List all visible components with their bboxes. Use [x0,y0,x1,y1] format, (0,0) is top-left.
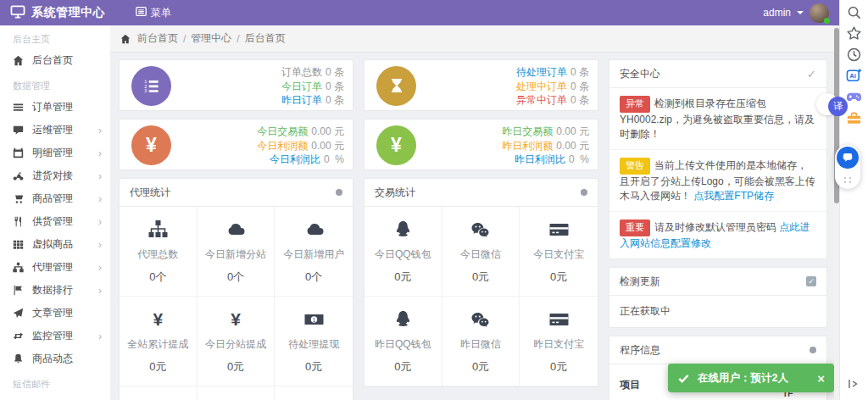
sidebar-nav: 后台主页 后台首页 数据管理 订单管理 运维管理› 明细管理› 进货对接› 商品… [0,25,110,400]
stat-label: 昨日交易额 [502,125,553,137]
sidebar-item-goods[interactable]: 商品管理› [0,187,110,210]
sidebar-item-agents[interactable]: 代理管理› [0,256,110,279]
pending-orders-card: 待处理订单0 条 处理中订单0 条 异常中订单0 条 [364,59,598,111]
sidebar-item-articles[interactable]: 文章管理 [0,302,110,325]
panel-dot-icon[interactable] [336,189,342,196]
grid-icon [13,239,25,250]
stat-label: 异常中订单 [516,94,567,106]
chevron-right-icon: › [98,171,102,181]
checkbox-icon[interactable]: ✓ [806,276,816,286]
breadcrumb-separator: / [236,33,239,45]
panel-title: 程序信息 [620,343,660,358]
stat-label: 今日利润比 [270,153,320,165]
sidebar-item-details[interactable]: 明细管理› [0,142,110,164]
chevron-right-icon: › [98,286,102,296]
caret-down-icon [797,11,804,14]
search-icon[interactable] [846,3,863,20]
flag-icon [13,285,25,296]
ordered-list-icon: 123 [131,66,171,106]
close-icon[interactable]: × [817,371,825,386]
stat-cell: ¥ [120,386,198,400]
toast-text: 在线用户：预计2人 [698,371,788,386]
home-icon [13,55,25,66]
avatar[interactable] [810,3,829,23]
sidebar-item-virtual-goods[interactable]: 虚拟商品› [0,233,110,256]
yesterday-trade-card: ¥ 昨日交易额0.00 元 昨日利润额0.00 元 昨日利润比0 % [364,119,598,170]
toolbox-icon[interactable] [846,109,863,126]
sitemap-icon [13,262,25,273]
stat-cell: 今日QQ钱包0元 [364,207,442,297]
stat-cell: 昨日QQ钱包0元 [364,297,442,386]
favorites-star-icon[interactable] [846,25,863,42]
sitemap-icon [121,219,195,241]
history-clock-icon[interactable] [846,46,863,63]
stat-cell: ¥ 全站累计提成0元 [120,297,198,386]
sidebar-item-product-updates[interactable]: 商品动态 [0,347,110,370]
cloud-icon [199,219,273,241]
yen-icon: ¥ [199,308,273,331]
breadcrumb: 前台首页 / 管理中心 / 后台首页 [110,25,834,53]
chevron-right-icon: › [98,240,102,250]
status-badge: 异常 [620,96,650,113]
chevron-right-icon: › [98,148,102,158]
qq-icon [366,308,440,331]
stat-cell: 今日微信0元 [442,207,520,297]
assistant-fab[interactable] [835,145,860,189]
orders-summary-card: 123 订单总数0 条 今日订单0 条 昨日订单0 条 [119,59,353,111]
security-notice: 重要请及时修改默认管理员密码 点此进入网站信息配置修改 [609,211,826,258]
breadcrumb-item[interactable]: 管理中心 [191,31,231,46]
menu-icon [136,6,147,19]
panel-title: 安全中心 [620,67,660,81]
panel-dot-icon[interactable] [810,347,816,353]
stat-cell: 昨日支付宝0元 [520,297,598,386]
bell-icon [13,353,25,364]
ftp-config-link[interactable]: 点我配置FTP储存 [693,190,774,202]
svg-text:1: 1 [312,317,315,323]
cloud-icon [276,219,351,241]
menu-button[interactable]: 菜单 [127,0,180,25]
motorcycle-icon [13,170,25,181]
sidebar-item-supply[interactable]: 供货管理› [0,210,110,233]
chevron-right-icon: › [98,263,102,273]
wechat-icon [444,219,518,241]
stat-cell: 昨日微信0元 [442,297,520,386]
money-bill-icon: 1 [276,308,351,331]
retweet-icon [13,331,25,342]
ai-assistant-icon[interactable]: Ai [846,67,863,84]
stat-label: 今日利润额 [257,140,308,152]
stat-cell: 代理总数0个 [120,207,198,297]
breadcrumb-item[interactable]: 后台首页 [245,31,286,46]
sidebar-item-dashboard[interactable]: 后台首页 [0,49,110,72]
sidebar-item-purchasing[interactable]: 进货对接› [0,164,110,187]
update-check-panel: 检测更新✓ 正在获取中 [609,267,827,328]
stat-cell: 今日新增用户0个 [275,207,353,297]
games-controller-icon[interactable] [846,88,863,105]
sidebar-item-ops[interactable]: 运维管理› [0,119,110,142]
app-title: 系统管理中心 [31,5,105,20]
panel-title: 交易统计 [375,186,415,200]
list-icon [13,102,25,113]
stat-cell: ¥ 今日分站提成0元 [198,297,275,386]
check-icon: ✓ [807,68,816,81]
sidebar-item-monitoring[interactable]: 监控管理› [0,325,110,347]
sidebar-section-sms: 短信邮件 [0,370,110,394]
svg-text:3: 3 [144,88,147,93]
expand-panel-icon[interactable] [846,377,860,393]
breadcrumb-item[interactable]: 前台首页 [137,31,178,46]
panel-dot-icon[interactable] [581,189,587,196]
drag-handle-icon[interactable] [844,177,846,179]
stat-label: 昨日利润比 [515,153,565,165]
translate-icon[interactable]: 译 [828,97,848,116]
user-menu[interactable]: admin [763,3,839,23]
trade-stats-panel: 交易统计 今日QQ钱包0元 今日微信0元 今日支付宝0元 [364,178,598,387]
app-brand[interactable]: 系统管理中心 [0,5,112,21]
stat-label: 订单总数 [281,66,322,78]
sidebar-item-orders[interactable]: 订单管理 [0,96,110,119]
stat-cell: 今日新增分站0个 [198,207,275,297]
chevron-right-icon: › [98,217,102,227]
stat-label: 昨日订单 [281,94,322,106]
ai-label: Ai [849,72,856,80]
sidebar-item-rankings[interactable]: 数据排行› [0,279,110,302]
chat-bubble-icon[interactable] [837,147,859,169]
stat-label: 今日订单 [281,81,322,92]
